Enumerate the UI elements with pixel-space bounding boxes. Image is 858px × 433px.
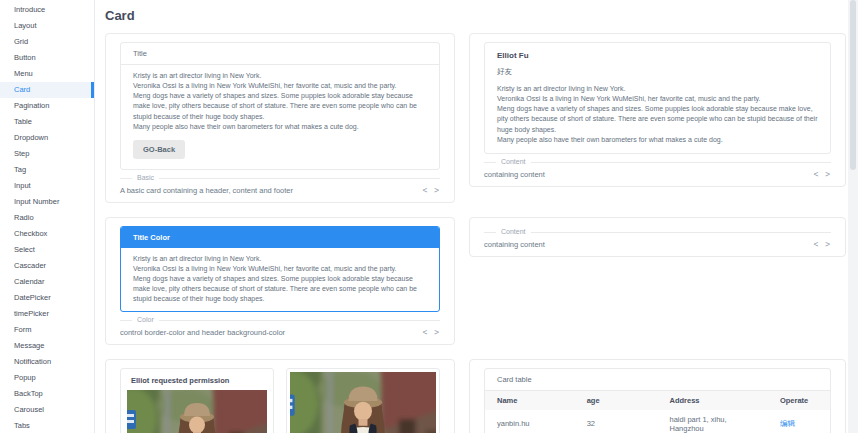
sidebar-item[interactable]: Tag [0,162,94,178]
basic-card-body: Kristy is an art director living in New … [121,65,439,138]
photo-wrapper [121,390,273,433]
street-photo [290,372,436,433]
sidebar-item[interactable]: Input Number [0,194,94,210]
basic-card-title: Title [121,43,439,65]
cell-name: yanbin.hu [485,410,575,433]
demo-panel-color: Title Color Kristy is an art director li… [105,217,455,345]
column-header-name: Name [485,391,575,410]
sidebar-item[interactable]: Carousel [0,402,94,418]
sidebar-item[interactable]: timePicker [0,306,94,322]
demo-description-row: containing content < > [484,233,831,252]
card-paragraph: Many people also have their own baromete… [133,122,427,132]
sidebar-item[interactable]: Introduce [0,2,94,18]
sidebar-item[interactable]: Pagination [0,98,94,114]
card-table: Name age Address Operate yanbin.hu 32 [485,391,830,433]
card-paragraph: Veronika Ossi Is a living in New York Wu… [497,94,818,104]
section-label: Content [496,228,531,235]
sidebar-item[interactable]: Menu [0,66,94,82]
section-divider: Content [484,162,831,163]
card-paragraph: Veronika Ossi Is a living in New York Wu… [133,264,427,274]
section-divider: Basic [120,178,440,179]
sidebar-item[interactable]: Step [0,146,94,162]
photo-wrapper [287,369,439,433]
card-paragraph: Kristy is an art director living in New … [497,84,818,94]
demo-description: containing content [484,170,545,179]
sidebar-item[interactable]: Card [0,82,94,98]
demo-panel-basic: Title Kristy is an art director living i… [105,33,455,203]
demo-panel-image: Elliot requested permission [105,359,455,433]
sidebar-item[interactable]: BackTop [0,386,94,402]
table-header: Name age Address Operate [485,391,830,410]
sidebar-item[interactable]: Notification [0,354,94,370]
card-paragraph: Kristy is an art director living in New … [133,254,427,264]
sidebar-item[interactable]: Cascader [0,258,94,274]
basic-card: Title Kristy is an art director living i… [120,42,440,170]
content-card-subtitle: 好友 [497,67,818,77]
demo-description-row: A basic card containing a header, conten… [120,179,440,198]
photo-card-plain [286,368,440,433]
demo-panel-table: Card table Name age Address Operate [469,359,846,433]
sidebar-item[interactable]: Popup [0,370,94,386]
component-sidebar: Introduce Layout Grid Button Menu Card P… [0,0,95,433]
go-back-button[interactable]: GO-Back [133,140,185,159]
main-content: Card Title Kristy is an art director liv… [95,0,848,433]
scrollbar-thumb[interactable] [850,0,856,170]
section-divider: Color [120,320,440,321]
sidebar-item[interactable]: Button [0,50,94,66]
demo-description-row: control border-color and header backgrou… [120,321,440,340]
page-title: Card [105,8,848,23]
card-paragraph: Meng dogs have a variety of shapes and s… [133,274,427,304]
card-paragraph: Veronika Ossi Is a living in New York Wu… [133,81,427,91]
content-card-title: Elliot Fu [497,51,818,60]
demo-panel-content-small: Content containing content < > [469,217,846,257]
sidebar-item[interactable]: Radio [0,210,94,226]
code-expand-icon[interactable]: < > [814,170,831,179]
photo-card-with-header: Elliot requested permission [120,368,274,433]
demo-description-row: containing content < > [484,163,831,182]
sidebar-item[interactable]: Select [0,242,94,258]
sidebar-item[interactable]: Tabs [0,418,94,433]
card-paragraph: Kristy is an art director living in New … [133,71,427,81]
edit-link[interactable]: 编辑 [780,419,795,428]
content-card-body: Kristy is an art director living in New … [497,84,818,145]
color-card: Title Color Kristy is an art director li… [120,226,440,312]
sidebar-item[interactable]: Calendar [0,274,94,290]
photo-row: Elliot requested permission [120,368,440,433]
code-expand-icon[interactable]: < > [814,240,831,249]
sidebar-item[interactable]: Message [0,338,94,354]
demo-description: control border-color and header backgrou… [120,328,285,337]
sidebar-item[interactable]: DatePicker [0,290,94,306]
street-photo [127,390,267,433]
sidebar-item[interactable]: Layout [0,18,94,34]
section-label: Color [132,316,159,323]
content-card: Elliot Fu 好友 Kristy is an art director l… [484,42,831,154]
color-card-body: Kristy is an art director living in New … [121,248,439,311]
column-header-address: Address [657,391,767,410]
table-card: Card table Name age Address Operate [484,368,831,433]
cell-address: haidi part 1, xihu, Hangzhou [657,410,767,433]
sidebar-item[interactable]: Form [0,322,94,338]
section-label: Content [496,158,531,165]
column-header-age: age [575,391,658,410]
sidebar-item[interactable]: Input [0,178,94,194]
code-expand-icon[interactable]: < > [423,186,440,195]
sidebar-item[interactable]: Checkbox [0,226,94,242]
photo-card-title: Elliot requested permission [121,369,273,390]
sidebar-item[interactable]: Table [0,114,94,130]
color-card-title: Title Color [121,227,439,248]
sidebar-item[interactable]: Dropdown [0,130,94,146]
section-label: Basic [132,174,159,181]
column-header-operate: Operate [768,391,830,410]
card-paragraph: Meng dogs have a variety of shapes and s… [133,91,427,121]
scrollbar-track[interactable] [848,0,858,433]
card-paragraph: Many people also have their own baromete… [497,135,818,145]
demo-panel-content: Elliot Fu 好友 Kristy is an art director l… [469,33,846,187]
table-card-title: Card table [485,369,830,391]
table-body: yanbin.hu 32 haidi part 1, xihu, Hangzho… [485,410,830,433]
cell-operate: 编辑 [768,410,830,433]
sidebar-item[interactable]: Grid [0,34,94,50]
code-expand-icon[interactable]: < > [423,328,440,337]
demo-description: A basic card containing a header, conten… [120,186,293,195]
section-divider: Content [484,232,831,233]
table-row: yanbin.hu 32 haidi part 1, xihu, Hangzho… [485,410,830,433]
